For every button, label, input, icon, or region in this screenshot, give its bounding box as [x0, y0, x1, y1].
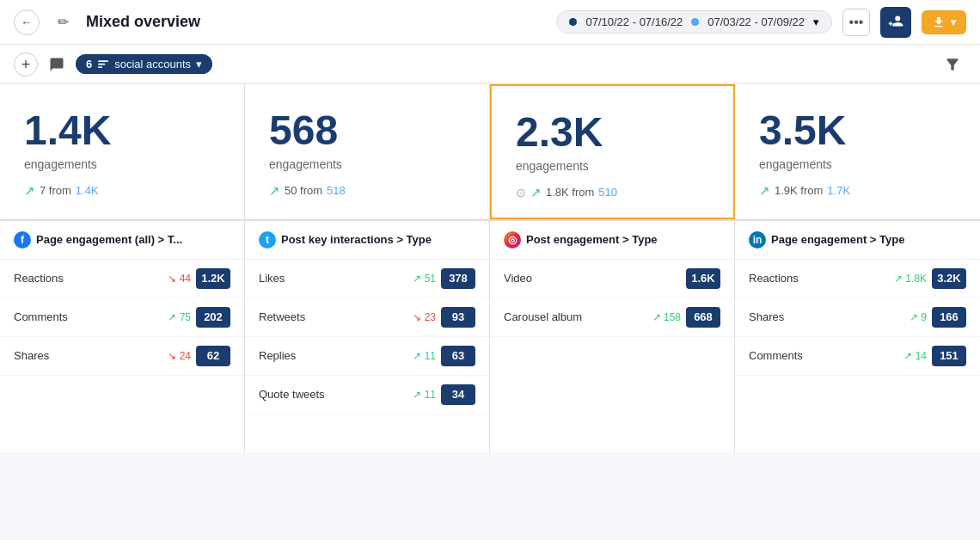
stat-number: 2.3K [516, 110, 709, 156]
filter-button[interactable] [939, 51, 966, 78]
panel-title: Post key interactions > Type [281, 233, 432, 246]
panel-tw: t Post key interactions > Type Likes ↗ 5… [245, 220, 490, 452]
back-button[interactable]: ← [14, 9, 40, 35]
comment-button[interactable] [45, 52, 69, 77]
stat-change: ↗ 50 from 518 [269, 183, 465, 199]
ig-platform-icon: ◎ [504, 231, 521, 249]
row-label: Shares [14, 349, 168, 362]
panel-li: in Page engagement > Type Reactions ↗ 1.… [735, 220, 980, 452]
panel-ig: ◎ Post engagement > Type Video 1.6K Caro… [490, 220, 735, 452]
change-link: 1.4K [76, 184, 99, 197]
stat-change: ↗ 1.9K from 1.7K [759, 183, 956, 199]
change-up-icon: ↗ 158 [652, 311, 681, 323]
row-badge: 378 [441, 268, 475, 289]
timezone-icon: ⊙ [516, 186, 526, 199]
change-down-icon: ↘ 44 [168, 273, 191, 285]
stat-change: ↗ 7 from 1.4K [24, 183, 220, 199]
change-up-icon: ↗ 1.8K [894, 273, 927, 285]
header: ← ✏ Mixed overview 07/10/22 - 07/16/22 0… [0, 0, 980, 45]
current-date-range: 07/10/22 - 07/16/22 [585, 15, 683, 28]
row-badge: 202 [196, 307, 230, 328]
change-arrow-icon: ↗ [530, 185, 542, 200]
panel-row: Reactions ↗ 1.8K 3.2K [735, 260, 980, 298]
panel-row: Likes ↗ 51 378 [245, 260, 489, 298]
row-label: Reactions [14, 272, 168, 285]
stat-card-3[interactable]: 3.5K engagements ↗ 1.9K from 1.7K [735, 84, 980, 219]
row-label: Video [504, 272, 686, 285]
change-link: 1.7K [827, 184, 850, 197]
row-badge: 62 [196, 346, 230, 366]
li-platform-icon: in [749, 231, 766, 249]
stat-card-1[interactable]: 568 engagements ↗ 50 from 518 [245, 84, 490, 219]
current-period-dot [569, 18, 577, 26]
change-arrow-icon: ↗ [269, 183, 280, 199]
stat-label: engagements [24, 157, 220, 171]
change-up-icon: ↗ 14 [903, 350, 927, 362]
previous-date-range: 07/03/22 - 07/09/22 [707, 15, 805, 28]
change-text: 1.8K from [546, 186, 594, 199]
svg-rect-0 [98, 60, 108, 62]
stat-number: 3.5K [759, 108, 956, 154]
row-badge: 93 [441, 307, 475, 328]
panel-row: Video 1.6K [490, 260, 734, 298]
change-arrow-icon: ↗ [759, 183, 770, 199]
row-badge: 1.2K [196, 268, 230, 289]
change-down-icon: ↘ 24 [168, 350, 191, 362]
change-link: 510 [598, 186, 617, 199]
stat-change: ⊙ ↗ 1.8K from 510 [516, 185, 709, 200]
panel-row: Quote tweets ↗ 11 34 [245, 376, 489, 414]
edit-button[interactable]: ✏ [50, 9, 76, 35]
main-content: 1.4K engagements ↗ 7 from 1.4K 568 engag… [0, 84, 980, 452]
row-badge: 63 [441, 346, 475, 366]
date-range-selector[interactable]: 07/10/22 - 07/16/22 07/03/22 - 07/09/22 … [556, 10, 832, 34]
fb-platform-icon: f [14, 231, 31, 249]
change-arrow-icon: ↗ [24, 183, 35, 199]
change-up-icon: ↗ 51 [413, 273, 436, 285]
stat-card-2[interactable]: 2.3K engagements ⊙ ↗ 1.8K from 510 [490, 84, 735, 219]
panel-header: f Page engagement (all) > T... [0, 221, 244, 260]
panel-row: Comments ↗ 75 202 [0, 298, 244, 337]
stat-label: engagements [269, 157, 465, 171]
toolbar: + 6 social accounts ▾ [0, 45, 980, 84]
change-text: 1.9K from [775, 184, 823, 197]
panel-title: Post engagement > Type [526, 233, 658, 246]
panel-row: Reactions ↘ 44 1.2K [0, 260, 244, 298]
previous-period-dot [691, 18, 699, 26]
change-up-icon: ↗ 75 [168, 311, 191, 323]
chevron-down-icon: ▾ [813, 15, 819, 28]
row-label: Quote tweets [259, 388, 413, 401]
social-accounts-filter[interactable]: 6 social accounts ▾ [76, 54, 212, 74]
row-label: Comments [749, 349, 903, 362]
add-user-button[interactable] [880, 7, 911, 38]
row-badge: 668 [686, 307, 720, 328]
row-badge: 151 [932, 346, 966, 366]
stat-card-0[interactable]: 1.4K engagements ↗ 7 from 1.4K [0, 84, 245, 219]
stat-label: engagements [516, 159, 709, 173]
panel-row: Carousel album ↗ 158 668 [490, 298, 734, 337]
panel-row: Comments ↗ 14 151 [735, 337, 980, 376]
page-title: Mixed overview [86, 13, 546, 31]
change-text: 7 from [40, 184, 71, 197]
panel-row: Shares ↘ 24 62 [0, 337, 244, 376]
panel-fb: f Page engagement (all) > T... Reactions… [0, 220, 245, 452]
stats-row: 1.4K engagements ↗ 7 from 1.4K 568 engag… [0, 84, 980, 220]
row-label: Likes [259, 272, 413, 285]
social-chevron-icon: ▾ [196, 58, 202, 71]
more-options-button[interactable]: ••• [842, 9, 870, 36]
panel-title: Page engagement > Type [771, 233, 904, 246]
panel-title: Page engagement (all) > T... [36, 233, 182, 246]
row-label: Comments [14, 310, 168, 323]
change-down-icon: ↘ 23 [413, 311, 436, 323]
row-badge: 3.2K [932, 268, 966, 289]
stat-number: 1.4K [24, 108, 220, 154]
change-text: 50 from [285, 184, 322, 197]
panel-row: Shares ↗ 9 166 [735, 298, 980, 337]
add-widget-button[interactable]: + [14, 52, 38, 77]
row-label: Replies [259, 349, 413, 362]
change-up-icon: ↗ 9 [910, 311, 927, 323]
row-badge: 1.6K [686, 268, 720, 289]
stat-number: 568 [269, 108, 465, 154]
row-label: Carousel album [504, 310, 652, 323]
panel-header: ◎ Post engagement > Type [490, 221, 734, 260]
export-button[interactable]: ▾ [922, 10, 966, 34]
